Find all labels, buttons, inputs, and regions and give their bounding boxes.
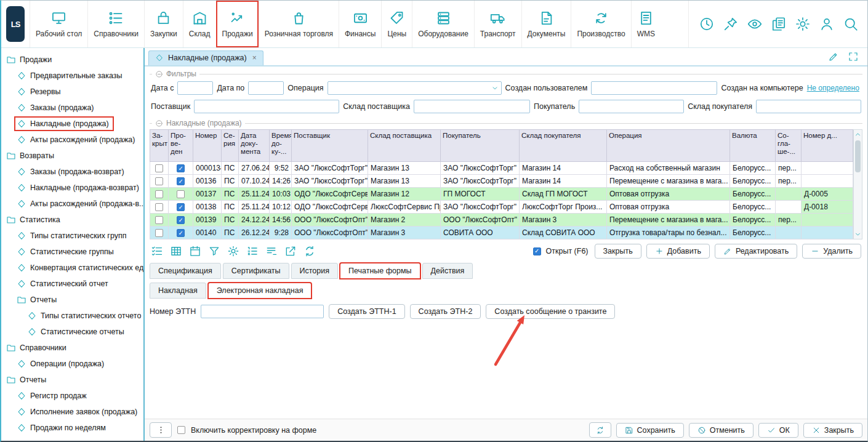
scroll-down-icon[interactable] — [854, 230, 862, 238]
tree-item-19[interactable]: Операции (продажа) — [1, 356, 143, 372]
column-header[interactable]: Поставщик — [292, 130, 368, 162]
tab-invoices-sales[interactable]: Накладные (продажа) × — [148, 50, 263, 65]
nav-item-wms[interactable]: WMS — [631, 1, 661, 47]
column-header[interactable]: За-крыт — [150, 130, 169, 162]
nav-item-finance[interactable]: Финансы — [339, 1, 381, 47]
collapse-filters-icon[interactable] — [155, 70, 163, 78]
created-by-input[interactable] — [591, 81, 717, 95]
tree-item-5[interactable]: Акты расхождений (продажа) — [1, 132, 143, 148]
tree-item-8[interactable]: Накладные (продажа-возврат) — [1, 180, 143, 196]
tree-item-9[interactable]: Акты расхождений (продажа-в... — [1, 196, 143, 212]
tab-print-forms[interactable]: Печатные формы — [340, 263, 420, 279]
create-etn2-button[interactable]: Создать ЭТН-2 — [410, 304, 481, 319]
ettn-number-input[interactable] — [201, 305, 324, 318]
table-row[interactable]: 0000134ПС27.06.249:52ЗАО "ЛюксСофтТорг"М… — [150, 162, 853, 175]
save-button[interactable]: Сохранить — [616, 423, 684, 438]
posted-checkbox[interactable] — [177, 190, 185, 198]
sync-button[interactable] — [303, 245, 316, 257]
tab-certificates[interactable]: Сертификаты — [223, 263, 289, 279]
create-transit-message-button[interactable]: Создать сообщение о транзите — [486, 304, 615, 319]
edit-button[interactable]: Редактировать — [715, 244, 797, 259]
tree-item-15[interactable]: Отчеты — [1, 292, 143, 308]
filter-button[interactable] — [208, 245, 220, 257]
correction-checkbox[interactable] — [177, 426, 185, 434]
nav-item-equipment[interactable]: Оборудование — [412, 1, 474, 47]
tree-item-1[interactable]: Предварительные заказы — [1, 68, 143, 84]
tab-specification[interactable]: Спецификация — [150, 263, 221, 279]
closed-checkbox[interactable] — [155, 229, 163, 237]
cancel-button[interactable]: Отменить — [689, 423, 753, 438]
tab-history[interactable]: История — [291, 263, 338, 279]
closed-checkbox[interactable] — [155, 203, 163, 211]
nav-item-desktop[interactable]: Рабочий стол — [30, 1, 87, 47]
posted-checkbox[interactable] — [177, 177, 185, 185]
tree-item-11[interactable]: Типы статистических групп — [1, 228, 143, 244]
table-button[interactable] — [170, 245, 182, 257]
user-button[interactable] — [818, 15, 836, 33]
closed-checkbox[interactable] — [155, 216, 163, 224]
date-from-input[interactable] — [177, 81, 213, 95]
tree-item-10[interactable]: Статистика — [1, 212, 143, 228]
nav-item-production[interactable]: Производство — [571, 1, 630, 47]
gear-button[interactable] — [227, 245, 239, 257]
add-button[interactable]: Добавить — [646, 244, 710, 259]
scrollbar-thumb[interactable] — [855, 140, 861, 172]
nav-item-warehouse[interactable]: Склад — [183, 1, 216, 47]
numbered-list-button[interactable] — [246, 245, 259, 257]
tree-item-18[interactable]: Справочники — [1, 340, 143, 356]
nav-item-purchases[interactable]: Закупки — [144, 1, 183, 47]
closed-checkbox[interactable] — [155, 164, 163, 172]
buyer-store-input[interactable] — [756, 100, 861, 113]
tree-item-23[interactable]: Продажи по неделям — [1, 420, 143, 436]
nav-item-prices[interactable]: Цены — [381, 1, 412, 47]
operation-select[interactable] — [328, 81, 502, 95]
table-row[interactable]: 00136ПС07.10.2414:26ЗАО "ЛюксСофтТорг"Ма… — [150, 175, 853, 188]
pin-button[interactable] — [721, 15, 740, 33]
nav-item-sales[interactable]: Продажи — [216, 1, 259, 47]
collapse-grid-icon[interactable] — [155, 119, 163, 127]
column-header[interactable]: Покупатель — [441, 130, 520, 162]
column-header[interactable]: Се-рия — [222, 130, 239, 162]
nav-item-transport[interactable]: Транспорт — [474, 1, 521, 47]
table-scrollbar[interactable] — [853, 129, 862, 239]
tree-item-0[interactable]: Продажи — [1, 52, 143, 68]
created-on-computer-link[interactable]: Не определено — [807, 84, 859, 92]
expand-icon[interactable] — [848, 51, 859, 62]
tab-invoice[interactable]: Накладная — [150, 283, 206, 299]
tree-item-22[interactable]: Исполнение заявок (продажа) — [1, 404, 143, 420]
open-external-button[interactable] — [284, 245, 297, 257]
gear-button[interactable] — [794, 15, 812, 33]
close-button[interactable]: Закрыть — [803, 423, 862, 438]
app-logo-box[interactable]: LS — [1, 1, 30, 47]
nav-item-retail[interactable]: Розничная торговля — [259, 1, 339, 47]
posted-checkbox[interactable] — [177, 203, 185, 211]
create-ettn1-button[interactable]: Создать ЭТТН-1 — [329, 304, 404, 319]
tree-item-7[interactable]: Заказы (продажа-возврат) — [1, 164, 143, 180]
column-header[interactable]: Со-гла-ше-... — [776, 130, 802, 162]
tree-item-14[interactable]: Статистический отчет — [1, 276, 143, 292]
calendar-button[interactable] — [189, 245, 201, 257]
search-button[interactable] — [842, 15, 860, 33]
posted-checkbox[interactable] — [177, 216, 185, 224]
close-tab-icon[interactable]: × — [252, 54, 257, 62]
tree-item-20[interactable]: Отчеты — [1, 372, 143, 388]
column-header[interactable]: Склад покупателя — [520, 130, 607, 162]
scroll-up-icon[interactable] — [854, 131, 862, 139]
close-list-button[interactable]: Закрыть — [595, 244, 641, 259]
tree-item-17[interactable]: Статистические отчеты — [1, 324, 143, 340]
open-f6-checkbox[interactable] — [533, 247, 541, 255]
eye-button[interactable] — [745, 15, 764, 33]
column-header[interactable]: Операция — [607, 130, 730, 162]
more-options-button[interactable] — [150, 422, 172, 438]
clock-button[interactable] — [697, 15, 716, 33]
table-row[interactable]: 00140ПС26.12.249:28ООО "ЛюксСофтОпт"Мага… — [150, 227, 853, 239]
buyer-input[interactable] — [579, 100, 684, 113]
column-header[interactable]: Время до-ку-... — [270, 130, 292, 162]
column-header[interactable]: Про-ве-ден — [169, 130, 193, 162]
delete-button[interactable]: Удалить — [802, 244, 861, 259]
ok-button[interactable]: ОК — [758, 423, 798, 438]
nav-item-catalog[interactable]: Справочники — [87, 1, 144, 47]
clipboard-button[interactable] — [770, 15, 788, 33]
column-header[interactable]: Валюта — [730, 130, 776, 162]
tab-electronic-invoice[interactable]: Электронная накладная — [208, 283, 312, 299]
